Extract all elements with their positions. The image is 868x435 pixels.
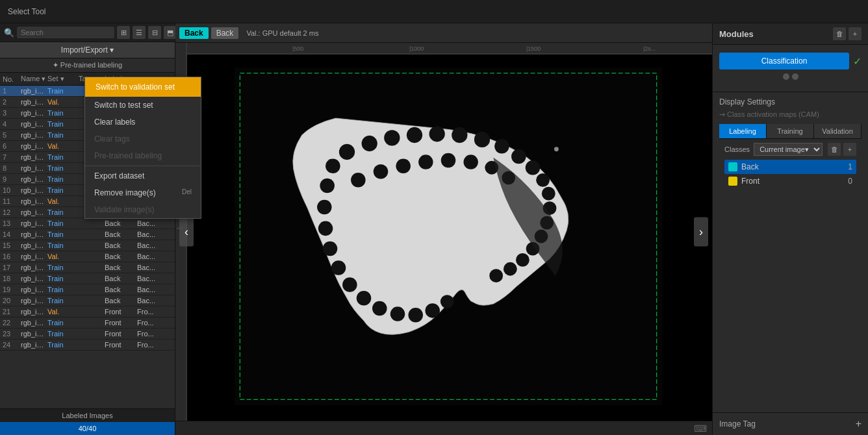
row-no: 17 xyxy=(3,264,21,271)
row-name: rgb_ima... xyxy=(21,308,47,316)
context-menu-item: Validate image(s) xyxy=(85,201,201,218)
search-bar: 🔍 ⊞ ☰ ⊟ ⬒ xyxy=(0,23,175,42)
row-name: rgb_ima... xyxy=(21,330,47,338)
list-icon[interactable]: ☰ xyxy=(133,26,146,39)
classification-button[interactable]: Classification xyxy=(719,53,849,69)
row-no: 21 xyxy=(3,308,21,316)
context-menu-item[interactable]: Switch to validation set xyxy=(85,77,201,97)
row-set: Val. xyxy=(47,142,79,150)
modules-header-icons: 🗑 + xyxy=(833,27,862,40)
row-no: 1 xyxy=(3,87,21,95)
progress-text: 40/40 xyxy=(79,425,97,432)
nav-left-button[interactable]: ‹ xyxy=(179,218,194,247)
row-no: 12 xyxy=(3,208,21,216)
trash-icon[interactable]: 🗑 xyxy=(833,27,846,40)
export-icon[interactable]: ⬒ xyxy=(164,26,177,39)
add-tag-icon[interactable]: + xyxy=(856,418,862,430)
row-name: rgb_ima... xyxy=(21,286,47,293)
tab-training[interactable]: Training xyxy=(767,124,814,138)
context-menu-item[interactable]: Switch to test set xyxy=(85,97,201,114)
tab-validation[interactable]: Validation xyxy=(814,124,862,138)
table-row[interactable]: 21 rgb_ima... Val. Front Fro... xyxy=(0,306,175,317)
col-no[interactable]: No. xyxy=(3,75,21,83)
table-row[interactable]: 13 rgb_ima... Train Back Bac... xyxy=(0,218,175,229)
row-set: Train xyxy=(47,109,79,117)
row-label: Back xyxy=(105,264,137,271)
svg-point-43 xyxy=(440,295,454,308)
row-set: Val. xyxy=(47,197,79,205)
context-menu: Switch to validation setSwitch to test s… xyxy=(84,77,201,219)
class-row[interactable]: Front 0 xyxy=(724,174,856,188)
current-image-select[interactable]: Current image▾ xyxy=(754,143,823,156)
left-badge: Back xyxy=(179,27,209,39)
context-menu-item[interactable]: Export dataset xyxy=(85,168,201,184)
row-set: Train xyxy=(47,330,79,338)
svg-point-18 xyxy=(474,132,490,147)
svg-point-28 xyxy=(516,253,530,267)
table-row[interactable]: 20 rgb_ima... Train Back Bac... xyxy=(0,295,175,306)
progress-bar: 40/40 xyxy=(0,422,175,435)
table-row[interactable]: 14 rgb_ima... Train Back Bac... xyxy=(0,229,175,240)
context-menu-item[interactable]: Clear labels xyxy=(85,114,201,130)
svg-point-37 xyxy=(342,277,357,292)
row-name: rgb_ima... xyxy=(21,109,47,117)
table-row[interactable]: 22 rgb_ima... Train Front Fro... xyxy=(0,317,175,329)
row-set: Train xyxy=(47,286,79,293)
row-set: Train xyxy=(47,219,79,227)
svg-point-34 xyxy=(318,221,333,236)
svg-text:|1000: |1000 xyxy=(409,45,424,52)
class-row[interactable]: Back 1 xyxy=(724,160,856,174)
row-no: 6 xyxy=(3,142,21,150)
add-module-icon[interactable]: + xyxy=(849,27,862,40)
row-set: Train xyxy=(47,275,79,282)
row-label: Back xyxy=(105,286,137,293)
row-name: rgb_ima... xyxy=(21,164,47,172)
left-panel: 🔍 ⊞ ☰ ⊟ ⬒ Import/Export ▾ ✦ Pre-trained … xyxy=(0,23,175,435)
table-row[interactable]: 24 rgb_ima... Train Front Fro... xyxy=(0,340,175,351)
check-icon: ✓ xyxy=(853,55,862,68)
table-row[interactable]: 18 rgb_ima... Train Back Bac... xyxy=(0,273,175,284)
table-row[interactable]: 19 rgb_ima... Train Back Bac... xyxy=(0,284,175,295)
table-row[interactable]: 15 rgb_ima... Train Back Bac... xyxy=(0,240,175,251)
search-icon: 🔍 xyxy=(4,28,14,38)
row-label: Back xyxy=(105,253,137,260)
val-text: Val.: GPU default 2 ms xyxy=(246,29,318,37)
svg-point-42 xyxy=(425,303,440,318)
nav-right-button[interactable]: › xyxy=(694,218,708,247)
tab-labeling[interactable]: Labeling xyxy=(719,124,767,138)
row-name: rgb_ima... xyxy=(21,87,47,95)
svg-point-52 xyxy=(554,147,559,151)
search-input[interactable] xyxy=(17,27,114,38)
col-name[interactable]: Name ▾ xyxy=(21,75,47,83)
row-set: Train xyxy=(47,87,79,95)
pretrain-button[interactable]: ✦ Pre-trained labeling xyxy=(0,58,175,73)
table-row[interactable]: 17 rgb_ima... Train Back Bac... xyxy=(0,262,175,273)
filter-icon[interactable]: ⊞ xyxy=(117,26,130,39)
row-name: rgb_ima... xyxy=(21,208,47,216)
svg-point-20 xyxy=(511,149,526,164)
row-no: 5 xyxy=(3,131,21,139)
import-export-button[interactable]: Import/Export ▾ xyxy=(0,42,175,58)
svg-point-17 xyxy=(452,127,467,143)
row-no: 20 xyxy=(3,297,21,304)
row-set: Train xyxy=(47,319,79,327)
row-label: Front xyxy=(105,308,137,316)
delete-class-icon[interactable]: 🗑 xyxy=(828,143,841,156)
class-name: Front xyxy=(741,177,844,186)
context-menu-item[interactable]: Remove image(s)Del xyxy=(85,184,201,201)
row-no: 10 xyxy=(3,186,21,194)
row-no: 3 xyxy=(3,109,21,117)
grid-icon[interactable]: ⊟ xyxy=(148,26,161,39)
col-set[interactable]: Set ▾ xyxy=(47,75,79,83)
row-val: Fro... xyxy=(137,330,157,338)
row-name: rgb_ima... xyxy=(21,131,47,139)
table-row[interactable]: 23 rgb_ima... Train Front Fro... xyxy=(0,329,175,340)
add-class-icon[interactable]: + xyxy=(843,143,856,156)
svg-point-47 xyxy=(418,155,433,169)
table-row[interactable]: 16 rgb_ima... Val. Back Bac... xyxy=(0,251,175,262)
row-name: rgb_ima... xyxy=(21,98,47,106)
display-settings: Display Settings ⇝ Class activation maps… xyxy=(713,92,868,197)
row-val: Bac... xyxy=(137,230,157,238)
svg-point-22 xyxy=(536,173,550,187)
row-name: rgb_ima... xyxy=(21,319,47,327)
